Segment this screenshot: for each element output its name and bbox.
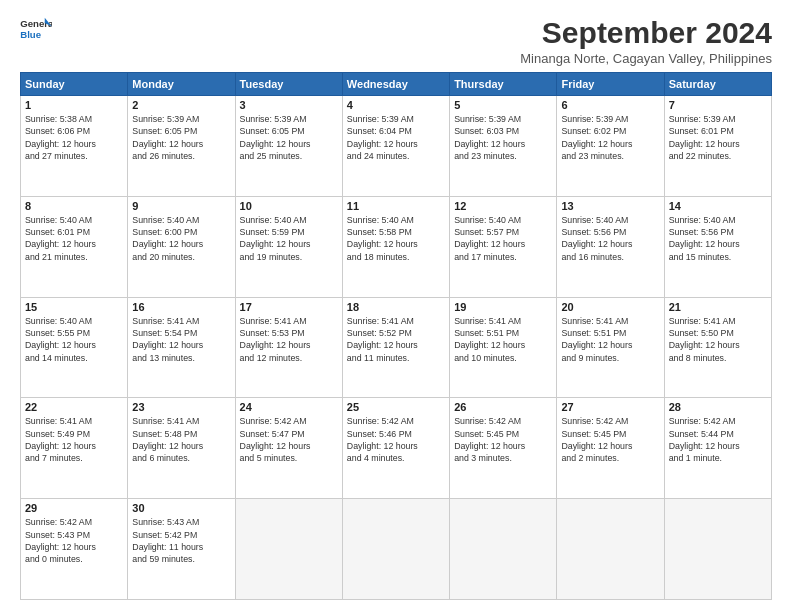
- subtitle: Minanga Norte, Cagayan Valley, Philippin…: [520, 51, 772, 66]
- table-row: 10Sunrise: 5:40 AMSunset: 5:59 PMDayligh…: [235, 196, 342, 297]
- table-row: 17Sunrise: 5:41 AMSunset: 5:53 PMDayligh…: [235, 297, 342, 398]
- table-row: 26Sunrise: 5:42 AMSunset: 5:45 PMDayligh…: [450, 398, 557, 499]
- day-number: 24: [240, 401, 338, 413]
- table-row: 1Sunrise: 5:38 AMSunset: 6:06 PMDaylight…: [21, 96, 128, 197]
- day-info: Sunrise: 5:39 AMSunset: 6:05 PMDaylight:…: [240, 113, 338, 162]
- day-info: Sunrise: 5:40 AMSunset: 5:56 PMDaylight:…: [669, 214, 767, 263]
- day-info: Sunrise: 5:40 AMSunset: 5:55 PMDaylight:…: [25, 315, 123, 364]
- table-row: 6Sunrise: 5:39 AMSunset: 6:02 PMDaylight…: [557, 96, 664, 197]
- table-row: 4Sunrise: 5:39 AMSunset: 6:04 PMDaylight…: [342, 96, 449, 197]
- day-number: 15: [25, 301, 123, 313]
- page: General Blue September 2024 Minanga Nort…: [0, 0, 792, 612]
- day-number: 11: [347, 200, 445, 212]
- header: General Blue September 2024 Minanga Nort…: [20, 16, 772, 66]
- table-row: 14Sunrise: 5:40 AMSunset: 5:56 PMDayligh…: [664, 196, 771, 297]
- day-number: 1: [25, 99, 123, 111]
- day-info: Sunrise: 5:42 AMSunset: 5:43 PMDaylight:…: [25, 516, 123, 565]
- day-number: 2: [132, 99, 230, 111]
- table-row: 22Sunrise: 5:41 AMSunset: 5:49 PMDayligh…: [21, 398, 128, 499]
- day-info: Sunrise: 5:39 AMSunset: 6:02 PMDaylight:…: [561, 113, 659, 162]
- day-number: 30: [132, 502, 230, 514]
- day-number: 14: [669, 200, 767, 212]
- logo-icon: General Blue: [20, 16, 52, 44]
- day-number: 13: [561, 200, 659, 212]
- table-row: 9Sunrise: 5:40 AMSunset: 6:00 PMDaylight…: [128, 196, 235, 297]
- day-number: 20: [561, 301, 659, 313]
- day-number: 17: [240, 301, 338, 313]
- day-info: Sunrise: 5:40 AMSunset: 5:57 PMDaylight:…: [454, 214, 552, 263]
- table-row: [342, 499, 449, 600]
- day-number: 4: [347, 99, 445, 111]
- day-info: Sunrise: 5:39 AMSunset: 6:01 PMDaylight:…: [669, 113, 767, 162]
- col-thursday: Thursday: [450, 73, 557, 96]
- day-number: 28: [669, 401, 767, 413]
- day-info: Sunrise: 5:42 AMSunset: 5:45 PMDaylight:…: [561, 415, 659, 464]
- day-info: Sunrise: 5:40 AMSunset: 6:00 PMDaylight:…: [132, 214, 230, 263]
- day-info: Sunrise: 5:38 AMSunset: 6:06 PMDaylight:…: [25, 113, 123, 162]
- table-row: 23Sunrise: 5:41 AMSunset: 5:48 PMDayligh…: [128, 398, 235, 499]
- day-number: 12: [454, 200, 552, 212]
- day-info: Sunrise: 5:42 AMSunset: 5:46 PMDaylight:…: [347, 415, 445, 464]
- day-number: 26: [454, 401, 552, 413]
- logo: General Blue: [20, 16, 52, 44]
- day-number: 23: [132, 401, 230, 413]
- day-number: 16: [132, 301, 230, 313]
- day-info: Sunrise: 5:41 AMSunset: 5:49 PMDaylight:…: [25, 415, 123, 464]
- table-row: 20Sunrise: 5:41 AMSunset: 5:51 PMDayligh…: [557, 297, 664, 398]
- day-info: Sunrise: 5:42 AMSunset: 5:47 PMDaylight:…: [240, 415, 338, 464]
- day-info: Sunrise: 5:40 AMSunset: 5:58 PMDaylight:…: [347, 214, 445, 263]
- day-info: Sunrise: 5:41 AMSunset: 5:52 PMDaylight:…: [347, 315, 445, 364]
- day-info: Sunrise: 5:40 AMSunset: 5:56 PMDaylight:…: [561, 214, 659, 263]
- col-monday: Monday: [128, 73, 235, 96]
- table-row: 11Sunrise: 5:40 AMSunset: 5:58 PMDayligh…: [342, 196, 449, 297]
- table-row: 29Sunrise: 5:42 AMSunset: 5:43 PMDayligh…: [21, 499, 128, 600]
- day-number: 3: [240, 99, 338, 111]
- day-info: Sunrise: 5:39 AMSunset: 6:03 PMDaylight:…: [454, 113, 552, 162]
- day-number: 9: [132, 200, 230, 212]
- table-row: 19Sunrise: 5:41 AMSunset: 5:51 PMDayligh…: [450, 297, 557, 398]
- day-info: Sunrise: 5:39 AMSunset: 6:05 PMDaylight:…: [132, 113, 230, 162]
- col-sunday: Sunday: [21, 73, 128, 96]
- day-number: 8: [25, 200, 123, 212]
- table-row: 3Sunrise: 5:39 AMSunset: 6:05 PMDaylight…: [235, 96, 342, 197]
- table-row: 25Sunrise: 5:42 AMSunset: 5:46 PMDayligh…: [342, 398, 449, 499]
- day-number: 27: [561, 401, 659, 413]
- day-info: Sunrise: 5:41 AMSunset: 5:50 PMDaylight:…: [669, 315, 767, 364]
- table-row: 15Sunrise: 5:40 AMSunset: 5:55 PMDayligh…: [21, 297, 128, 398]
- day-info: Sunrise: 5:40 AMSunset: 6:01 PMDaylight:…: [25, 214, 123, 263]
- table-row: 2Sunrise: 5:39 AMSunset: 6:05 PMDaylight…: [128, 96, 235, 197]
- title-block: September 2024 Minanga Norte, Cagayan Va…: [520, 16, 772, 66]
- table-row: 7Sunrise: 5:39 AMSunset: 6:01 PMDaylight…: [664, 96, 771, 197]
- day-info: Sunrise: 5:40 AMSunset: 5:59 PMDaylight:…: [240, 214, 338, 263]
- table-row: 24Sunrise: 5:42 AMSunset: 5:47 PMDayligh…: [235, 398, 342, 499]
- table-row: 5Sunrise: 5:39 AMSunset: 6:03 PMDaylight…: [450, 96, 557, 197]
- day-number: 22: [25, 401, 123, 413]
- col-wednesday: Wednesday: [342, 73, 449, 96]
- day-info: Sunrise: 5:41 AMSunset: 5:54 PMDaylight:…: [132, 315, 230, 364]
- col-saturday: Saturday: [664, 73, 771, 96]
- main-title: September 2024: [520, 16, 772, 49]
- table-row: [235, 499, 342, 600]
- col-friday: Friday: [557, 73, 664, 96]
- day-info: Sunrise: 5:41 AMSunset: 5:53 PMDaylight:…: [240, 315, 338, 364]
- table-row: 18Sunrise: 5:41 AMSunset: 5:52 PMDayligh…: [342, 297, 449, 398]
- table-row: 28Sunrise: 5:42 AMSunset: 5:44 PMDayligh…: [664, 398, 771, 499]
- day-info: Sunrise: 5:43 AMSunset: 5:42 PMDaylight:…: [132, 516, 230, 565]
- day-number: 19: [454, 301, 552, 313]
- day-info: Sunrise: 5:41 AMSunset: 5:51 PMDaylight:…: [454, 315, 552, 364]
- day-number: 7: [669, 99, 767, 111]
- table-row: [557, 499, 664, 600]
- day-info: Sunrise: 5:42 AMSunset: 5:45 PMDaylight:…: [454, 415, 552, 464]
- calendar-header-row: Sunday Monday Tuesday Wednesday Thursday…: [21, 73, 772, 96]
- table-row: 12Sunrise: 5:40 AMSunset: 5:57 PMDayligh…: [450, 196, 557, 297]
- col-tuesday: Tuesday: [235, 73, 342, 96]
- table-row: 30Sunrise: 5:43 AMSunset: 5:42 PMDayligh…: [128, 499, 235, 600]
- day-number: 18: [347, 301, 445, 313]
- calendar-table: Sunday Monday Tuesday Wednesday Thursday…: [20, 72, 772, 600]
- table-row: [664, 499, 771, 600]
- day-number: 21: [669, 301, 767, 313]
- day-info: Sunrise: 5:41 AMSunset: 5:51 PMDaylight:…: [561, 315, 659, 364]
- day-number: 25: [347, 401, 445, 413]
- table-row: 27Sunrise: 5:42 AMSunset: 5:45 PMDayligh…: [557, 398, 664, 499]
- table-row: 8Sunrise: 5:40 AMSunset: 6:01 PMDaylight…: [21, 196, 128, 297]
